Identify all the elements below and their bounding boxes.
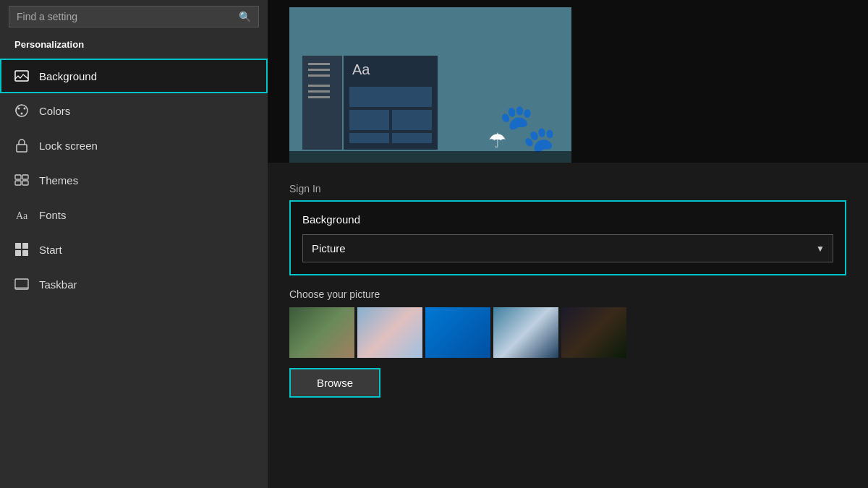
search-bar[interactable]: 🔍 [9, 6, 259, 27]
thumbnail-1[interactable] [289, 307, 354, 358]
sidebar: 🔍 Personalization Background Colors [0, 0, 268, 488]
sidebar-item-colors[interactable]: Colors [0, 93, 268, 128]
sidebar-item-lock-screen[interactable]: Lock screen [0, 128, 268, 163]
sidebar-item-start[interactable]: Start [0, 232, 268, 267]
choose-picture-label: Choose your picture [268, 275, 868, 307]
browse-wrap: Browse [268, 358, 868, 408]
sidebar-item-background[interactable]: Background [0, 59, 268, 93]
preview-window: Aa 🐾 ☂ [289, 7, 571, 163]
svg-point-3 [24, 108, 26, 110]
thumbnails-row [268, 307, 868, 358]
lock-icon [14, 138, 29, 153]
sidebar-label-fonts: Fonts [39, 209, 67, 221]
svg-rect-7 [22, 175, 28, 179]
sidebar-label-background: Background [39, 70, 97, 82]
svg-rect-5 [17, 145, 27, 152]
colors-icon [14, 103, 29, 118]
sidebar-label-start: Start [39, 244, 62, 256]
browse-button[interactable]: Browse [289, 368, 380, 398]
background-section: Background Picture Solid color Slideshow… [289, 200, 846, 275]
sidebar-item-taskbar[interactable]: Taskbar [0, 267, 268, 301]
fonts-icon: Aa [14, 207, 29, 222]
thumbnail-3[interactable] [425, 307, 490, 358]
preview-taskbar [289, 151, 571, 163]
svg-rect-8 [15, 181, 21, 185]
thumbnail-5[interactable] [561, 307, 626, 358]
svg-point-2 [18, 108, 20, 110]
svg-rect-12 [22, 243, 28, 249]
svg-rect-11 [15, 243, 21, 249]
svg-rect-14 [22, 250, 28, 256]
svg-point-4 [21, 113, 23, 115]
thumbnail-4[interactable] [493, 307, 558, 358]
sidebar-label-lock-screen: Lock screen [39, 140, 98, 152]
main-content: Aa 🐾 ☂ Sign In Background Picture [268, 0, 868, 488]
sidebar-item-themes[interactable]: Themes [0, 163, 268, 197]
preview-aa-panel: Aa [344, 56, 438, 150]
sidebar-label-colors: Colors [39, 105, 70, 117]
svg-rect-9 [22, 181, 28, 185]
svg-rect-13 [15, 250, 21, 256]
preview-container: Aa 🐾 ☂ [268, 0, 868, 163]
sidebar-label-taskbar: Taskbar [39, 278, 77, 291]
thumbnail-2[interactable] [357, 307, 422, 358]
personalization-heading: Personalization [0, 36, 268, 59]
background-section-title: Background [302, 213, 833, 226]
taskbar-icon [14, 277, 29, 291]
svg-text:Aa: Aa [16, 210, 28, 221]
preview-start-panel-left [302, 56, 342, 150]
search-icon: 🔍 [239, 11, 251, 22]
sidebar-item-fonts[interactable]: Aa Fonts [0, 197, 268, 232]
background-icon [14, 69, 29, 83]
background-dropdown[interactable]: Picture Solid color Slideshow [302, 234, 833, 262]
sidebar-label-themes: Themes [39, 174, 78, 187]
themes-icon [14, 173, 29, 187]
preview-totoro: 🐾 [498, 104, 557, 151]
svg-rect-16 [15, 287, 28, 289]
background-dropdown-wrap[interactable]: Picture Solid color Slideshow ▼ [302, 234, 833, 262]
start-icon [14, 242, 29, 257]
search-input[interactable] [17, 11, 239, 22]
sign-in-label: Sign In [268, 163, 868, 200]
preview-figure: ☂ [488, 131, 506, 151]
svg-rect-6 [15, 175, 21, 179]
